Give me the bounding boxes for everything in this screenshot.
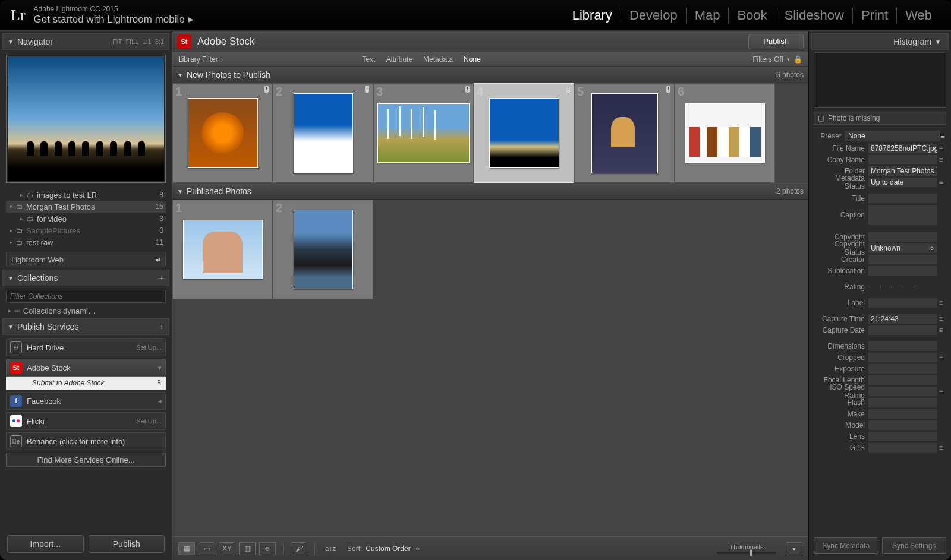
edit-icon[interactable]: ≡ — [937, 178, 945, 186]
zoom-1:1[interactable]: 1:1 — [142, 38, 151, 45]
metadata-value[interactable] — [868, 341, 937, 351]
collections-header[interactable]: ▼ Collections + — [2, 270, 169, 286]
metadata-value[interactable]: 21:24:43 — [868, 314, 937, 324]
painter-icon[interactable]: 🖌 — [291, 542, 307, 555]
metadata-value[interactable] — [868, 255, 937, 264]
metadata-value[interactable] — [868, 266, 937, 276]
folder-row[interactable]: ▸🗀SamplePictures0 — [6, 224, 166, 236]
import-button[interactable]: Import... — [7, 535, 84, 553]
metadata-row[interactable]: GPS≡ — [811, 442, 949, 453]
histogram-header[interactable]: Histogram ▼ — [811, 33, 949, 50]
metadata-value[interactable] — [868, 364, 937, 374]
rating-stars[interactable]: · · · · · — [868, 283, 918, 291]
metadata-row[interactable]: Flash — [811, 397, 949, 408]
sync-settings-button[interactable]: Sync Settings — [882, 537, 947, 554]
metadata-value[interactable] — [868, 443, 937, 453]
metadata-value[interactable] — [868, 353, 937, 362]
metadata-value[interactable] — [868, 387, 937, 396]
metadata-row[interactable]: Model — [811, 419, 949, 431]
grid-cell[interactable]: 4! — [474, 83, 574, 183]
preset-menu-icon[interactable]: ≡ — [940, 132, 945, 141]
metadata-row[interactable]: Copyright StatusUnknown ≎ — [811, 242, 949, 254]
sort-direction-icon[interactable]: a↕z — [322, 542, 339, 555]
grid-cell[interactable]: 6 — [675, 83, 775, 183]
grid-section-header[interactable]: ▼New Photos to Publish6 photos — [172, 67, 808, 83]
sort-value[interactable]: Custom Order — [366, 545, 410, 553]
publish-service-be[interactable]: BēBehance (click for more info) — [6, 432, 166, 450]
metadata-row[interactable]: Rating· · · · · — [811, 281, 949, 292]
edit-icon[interactable]: ≡ — [937, 387, 945, 396]
metadata-preset-row[interactable]: Preset None ≡ — [811, 129, 949, 143]
publish-button[interactable]: Publish — [89, 535, 165, 553]
metadata-value[interactable]: 87876256noIPTC.jpg — [868, 144, 937, 153]
navigator-preview[interactable] — [6, 55, 166, 183]
module-tab-web[interactable]: Web — [897, 8, 940, 23]
grid-view-icon[interactable]: ▦ — [178, 542, 195, 555]
add-collection-icon[interactable]: + — [159, 273, 164, 283]
loupe-view-icon[interactable]: ▭ — [199, 542, 215, 555]
metadata-row[interactable]: Metadata StatusUp to date≡ — [811, 176, 949, 188]
filter-tab-none[interactable]: None — [464, 55, 481, 64]
zoom-options[interactable]: FITFILL1:13:1 — [112, 38, 164, 45]
metadata-value[interactable] — [868, 155, 937, 164]
metadata-row[interactable]: ISO Speed Rating≡ — [811, 385, 949, 397]
filter-tab-attribute[interactable]: Attribute — [386, 55, 412, 64]
module-tab-library[interactable]: Library — [564, 8, 621, 23]
publish-service-fl[interactable]: FlickrSet Up... — [6, 412, 166, 430]
publish-services-header[interactable]: ▼ Publish Services + — [2, 318, 169, 335]
publish-service-fb[interactable]: fFacebook◂ — [6, 392, 166, 410]
grid-cell[interactable]: 5! — [574, 83, 675, 183]
get-started-link[interactable]: Get started with Lightroom mobile ▸ — [34, 13, 194, 26]
metadata-row[interactable]: Title — [811, 192, 949, 204]
metadata-row[interactable]: Creator — [811, 254, 949, 265]
grid-cell[interactable]: 2 — [273, 200, 373, 299]
metadata-value[interactable] — [868, 432, 937, 441]
grid-cell[interactable]: 1 — [172, 200, 273, 299]
folder-row[interactable]: ▾🗀Morgan Test Photos15 — [6, 201, 166, 213]
metadata-row[interactable]: Exposure — [811, 363, 949, 374]
metadata-value[interactable] — [868, 194, 937, 203]
zoom-fit[interactable]: FIT — [112, 38, 122, 45]
folder-row[interactable]: ▸🗀for video3 — [6, 213, 166, 224]
metadata-value[interactable] — [868, 298, 937, 308]
grid-cell[interactable]: 3! — [373, 83, 474, 183]
lightroom-web-button[interactable]: Lightroom Web⇄ — [6, 252, 166, 267]
metadata-row[interactable]: Sublocation — [811, 265, 949, 276]
preset-value[interactable]: None — [845, 131, 940, 141]
publish-collection[interactable]: Submit to Adobe Stock8 — [6, 377, 166, 390]
sync-metadata-button[interactable]: Sync Metadata — [814, 537, 878, 554]
publish-service-hd[interactable]: ⊟Hard DriveSet Up... — [6, 338, 166, 356]
lock-icon[interactable]: 🔒 — [793, 55, 802, 64]
module-tab-book[interactable]: Book — [729, 8, 776, 23]
grid-cell[interactable]: 1! — [172, 83, 273, 183]
metadata-row[interactable]: Lens — [811, 431, 949, 442]
metadata-value[interactable] — [868, 398, 937, 407]
metadata-row[interactable]: Cropped≡ — [811, 352, 949, 363]
filter-tab-metadata[interactable]: Metadata — [423, 55, 453, 64]
module-tab-map[interactable]: Map — [687, 8, 729, 23]
compare-view-icon[interactable]: XY — [219, 542, 235, 555]
grid-cell[interactable]: 2! — [273, 83, 373, 183]
filters-off-toggle[interactable]: Filters Off — [752, 55, 783, 64]
navigator-header[interactable]: ▼ Navigator FITFILL1:13:1 — [2, 33, 169, 50]
setup-link[interactable]: Set Up... — [136, 344, 162, 351]
edit-icon[interactable]: ≡ — [937, 326, 945, 334]
publish-service-st[interactable]: StAdobe Stock▾ — [6, 359, 166, 377]
publish-main-button[interactable]: Publish — [748, 34, 804, 49]
module-tab-print[interactable]: Print — [853, 8, 897, 23]
edit-icon[interactable]: ≡ — [937, 353, 945, 362]
filter-collections-input[interactable] — [6, 290, 166, 303]
metadata-row[interactable]: Capture Date≡ — [811, 324, 949, 336]
survey-view-icon[interactable]: ▥ — [239, 542, 256, 555]
edit-icon[interactable]: ≡ — [937, 444, 945, 452]
zoom-fill[interactable]: FILL — [125, 38, 138, 45]
module-tab-develop[interactable]: Develop — [621, 8, 687, 23]
metadata-value[interactable] — [868, 375, 937, 385]
edit-icon[interactable]: ≡ — [937, 144, 945, 153]
metadata-row[interactable]: Label≡ — [811, 297, 949, 308]
metadata-value[interactable] — [868, 205, 937, 225]
edit-icon[interactable]: ≡ — [937, 315, 945, 323]
metadata-value[interactable] — [868, 409, 937, 419]
edit-icon[interactable]: ≡ — [937, 156, 945, 164]
metadata-value[interactable]: Unknown ≎ — [868, 243, 937, 253]
